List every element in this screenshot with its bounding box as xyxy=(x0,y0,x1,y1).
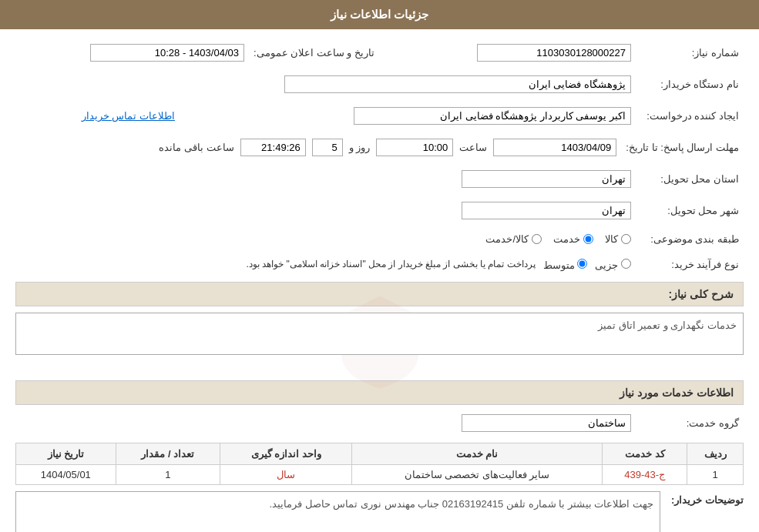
province-value xyxy=(15,167,636,191)
buyer-org-input[interactable] xyxy=(284,75,631,93)
cell-unit: سال xyxy=(220,465,352,485)
col-header-name: نام خدمت xyxy=(352,443,603,465)
process-jozi-option[interactable]: جزیی xyxy=(595,259,631,271)
category-label: طبقه بندی موضوعی: xyxy=(636,230,744,248)
info-table-row1: شماره نیاز: تاریخ و ساعت اعلان عمومی: xyxy=(15,41,744,65)
process-label: نوع فرآیند خرید: xyxy=(636,256,744,274)
service-group-input[interactable] xyxy=(462,414,631,432)
process-note: پرداخت تمام یا بخشی از مبلغ خریدار از مح… xyxy=(247,259,536,269)
info-table-row2: نام دستگاه خریدار: xyxy=(15,72,744,96)
cell-date: 1404/05/01 xyxy=(16,465,116,485)
service-group-table: گروه خدمت: xyxy=(15,411,744,435)
page-title: جزئیات اطلاعات نیاز xyxy=(331,8,428,21)
process-motavaset-option[interactable]: متوسط xyxy=(543,259,588,271)
province-label: استان محل تحویل: xyxy=(636,167,744,191)
info-table-row7: طبقه بندی موضوعی: کالا خدمت کالا/خدمت xyxy=(15,230,744,248)
response-time-label: ساعت xyxy=(459,142,487,153)
info-table-row5: استان محل تحویل: xyxy=(15,167,744,191)
creator-label: ایجاد کننده درخواست: xyxy=(636,104,744,128)
response-date-input[interactable] xyxy=(493,139,616,156)
col-header-unit: واحد اندازه گیری xyxy=(220,443,352,465)
buyer-notes-content: جهت اطلاعات بیشتر با شماره تلفن 02163192… xyxy=(15,491,660,532)
response-remaining-label: ساعت باقی مانده xyxy=(159,142,233,153)
cell-qty: 1 xyxy=(116,465,220,485)
date-announce-input[interactable] xyxy=(90,44,244,62)
need-desc-section-header: شرح کلی نیاز: xyxy=(15,282,744,306)
response-days-input[interactable] xyxy=(312,139,343,156)
response-deadline-label: مهلت ارسال پاسخ: تا تاریخ: xyxy=(621,136,744,159)
city-label: شهر محل تحویل: xyxy=(636,199,744,223)
cell-row-num: 1 xyxy=(687,465,744,485)
response-deadline-fields: ساعت روز و ساعت باقی مانده xyxy=(15,136,621,159)
page-header: جزئیات اطلاعات نیاز xyxy=(0,0,759,29)
need-desc-area: ATA خدمات نگهداری و تعمیر اتاق تمیز xyxy=(15,313,744,374)
creator-input[interactable] xyxy=(354,107,631,125)
buyer-notes-row: توضیحات خریدار: جهت اطلاعات بیشتر با شما… xyxy=(15,491,744,532)
page-wrapper: جزئیات اطلاعات نیاز شماره نیاز: تاریخ و … xyxy=(0,0,759,532)
info-table-row4: مهلت ارسال پاسخ: تا تاریخ: ساعت روز و سا… xyxy=(15,136,744,159)
buyer-notes-text: جهت اطلاعات بیشتر با شماره تلفن 02163192… xyxy=(19,495,657,513)
need-number-value xyxy=(402,41,636,65)
table-row: 1 ج-43-439 سایر فعالیت‌های تخصصی ساختمان… xyxy=(16,465,744,485)
info-table-row8: نوع فرآیند خرید: جزیی متوسط پرداخت تمام … xyxy=(15,256,744,274)
response-remaining-input[interactable] xyxy=(240,139,306,156)
col-header-qty: تعداد / مقدار xyxy=(116,443,220,465)
need-desc-text: خدمات نگهداری و تعمیر اتاق تمیز xyxy=(19,316,740,334)
response-time-input[interactable] xyxy=(376,139,453,156)
cell-code: ج-43-439 xyxy=(603,465,687,485)
response-days-label: روز و xyxy=(349,142,371,153)
service-group-label: گروه خدمت: xyxy=(636,411,744,435)
col-header-date: تاریخ نیاز xyxy=(16,443,116,465)
buyer-org-label: نام دستگاه خریدار: xyxy=(636,72,744,96)
buyer-notes-wrapper: جهت اطلاعات بیشتر با شماره تلفن 02163192… xyxy=(15,491,660,532)
process-options: جزیی متوسط پرداخت تمام یا بخشی از مبلغ خ… xyxy=(15,256,636,274)
services-section-header: اطلاعات خدمات مورد نیاز xyxy=(15,380,744,405)
col-header-code: کد خدمت xyxy=(603,443,687,465)
city-value xyxy=(15,199,636,223)
service-group-value xyxy=(15,411,636,435)
creator-value xyxy=(183,104,636,128)
category-options: کالا خدمت کالا/خدمت xyxy=(15,230,636,248)
buyer-contact-link[interactable]: اطلاعات تماس خریدار xyxy=(82,110,175,122)
main-content: شماره نیاز: تاریخ و ساعت اعلان عمومی: نا… xyxy=(0,29,759,532)
buyer-notes-label: توضیحات خریدار: xyxy=(667,491,744,506)
city-input[interactable] xyxy=(462,202,631,219)
need-desc-wrapper: خدمات نگهداری و تعمیر اتاق تمیز xyxy=(15,313,744,355)
date-announce-value xyxy=(15,41,249,65)
info-table-row6: شهر محل تحویل: xyxy=(15,199,744,223)
cell-name: سایر فعالیت‌های تخصصی ساختمان xyxy=(352,465,603,485)
col-header-row: ردیف xyxy=(687,443,744,465)
info-table-row3: ایجاد کننده درخواست: اطلاعات تماس خریدار xyxy=(15,104,744,128)
category-kala-option[interactable]: کالا xyxy=(605,233,631,245)
need-number-input[interactable] xyxy=(477,44,631,62)
province-input[interactable] xyxy=(462,170,631,188)
category-kala-khedmat-option[interactable]: کالا/خدمت xyxy=(485,233,542,245)
category-khedmat-option[interactable]: خدمت xyxy=(553,233,593,245)
services-table: ردیف کد خدمت نام خدمت واحد اندازه گیری ت… xyxy=(15,443,744,485)
date-announce-label: تاریخ و ساعت اعلان عمومی: xyxy=(249,41,379,65)
need-number-label: شماره نیاز: xyxy=(636,41,744,65)
buyer-org-value xyxy=(15,72,636,96)
